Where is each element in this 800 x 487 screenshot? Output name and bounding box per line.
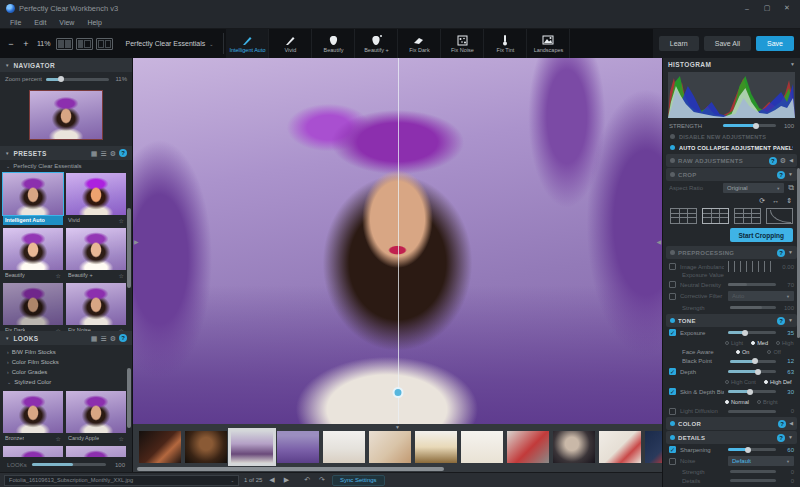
preset-item-vivid[interactable]: Vivid☆ [66,173,126,225]
collapse-triangle-icon[interactable] [789,158,793,163]
undo-icon[interactable]: ↶ [302,476,312,484]
face-aware-off[interactable]: Off [767,349,780,355]
menu-view[interactable]: View [53,18,80,27]
redo-icon[interactable]: ↷ [317,476,327,484]
collapse-triangle-icon[interactable] [789,421,793,426]
presets-header[interactable]: PRESETS [0,146,132,160]
filmstrip-thumb-selected[interactable] [231,431,273,463]
noise-details-slider[interactable] [730,479,776,482]
toolbar-preset-beautify-plus[interactable]: Beautify + [355,29,398,58]
light-diffusion-checkbox[interactable] [669,408,676,415]
filmstrip-thumb[interactable] [369,431,411,463]
favorite-star-icon[interactable]: ☆ [56,435,61,442]
strength-slider[interactable] [723,124,776,127]
preset-item-fix-noise[interactable]: Fix Noise☆ [66,283,126,331]
collapse-triangle-icon[interactable] [788,435,793,440]
thumbnail-view-icon[interactable] [91,150,98,157]
looks-header[interactable]: LOOKS [0,331,132,345]
sync-settings-button[interactable]: Sync Settings [332,475,385,486]
panel-enable-dot[interactable] [670,172,675,177]
preset-item-fix-dark[interactable]: Fix Dark☆ [3,283,63,331]
navigator-thumbnail[interactable] [29,90,103,140]
panel-enable-dot[interactable] [670,435,675,440]
sharpening-checkbox[interactable] [669,446,676,453]
exposure-option-high[interactable]: High [776,340,794,346]
look-item-bronzer[interactable]: Bronzer☆ [3,391,63,443]
collapse-triangle-icon[interactable] [788,250,793,255]
learn-button[interactable]: Learn [659,36,699,51]
collapse-triangle-icon[interactable] [790,62,795,67]
exposure-option-light[interactable]: Light [725,340,743,346]
skin-depth-bias-slider[interactable] [728,390,776,393]
filmstrip-thumb[interactable] [415,431,457,463]
noise-checkbox[interactable] [669,458,676,465]
exposure-option-med[interactable]: Med [751,340,768,346]
toolbar-preset-intelligent-auto[interactable]: Intelligent Auto [226,29,269,58]
help-icon[interactable] [777,317,785,325]
filmstrip-thumb[interactable] [323,431,365,463]
flip-vertical-icon[interactable]: ⇕ [786,197,792,204]
save-all-button[interactable]: Save All [704,36,751,51]
favorite-star-icon[interactable]: ☆ [119,272,124,279]
looks-tree-bw-film[interactable]: ›B/W Film Stocks [0,347,132,357]
panel-enable-dot[interactable] [670,318,675,323]
crop-grid-button[interactable] [734,208,761,224]
next-image-button[interactable]: ▶ [282,476,291,484]
collapse-right-panel-arrow[interactable] [656,238,661,245]
favorite-star-icon[interactable]: ☆ [119,217,124,224]
corrective-filter-dropdown[interactable]: Auto ▼ [728,291,794,301]
crop-grid-thirds-button[interactable] [670,208,697,224]
image-ambulance-checkbox[interactable] [669,263,676,270]
favorite-star-icon[interactable]: ☆ [56,272,61,279]
corrective-filter-checkbox[interactable] [669,293,676,300]
preprocessing-header[interactable]: PREPROCESSING [666,246,797,259]
exposure-slider[interactable] [728,331,776,334]
disable-new-adjustments-toggle[interactable]: DISABLE NEW ADJUSTMENTS [663,131,800,142]
face-aware-on[interactable]: On [736,349,749,355]
view-sidebyside-button[interactable] [96,38,113,50]
look-item-circus[interactable]: Circus☆ [66,446,126,457]
neutral-density-slider[interactable] [728,283,776,286]
panel-enable-dot[interactable] [670,158,675,163]
maximize-button[interactable]: ▢ [758,2,776,14]
gear-icon[interactable] [110,150,116,157]
list-view-icon[interactable] [100,150,106,157]
help-icon[interactable] [777,171,785,179]
filename-dropdown[interactable]: Fotolia_16109613_Subscription_Monthly_XX… [4,475,239,486]
help-icon[interactable] [777,434,785,442]
rotate-icon[interactable]: ⟳ [759,197,765,204]
collapse-triangle-icon[interactable] [788,172,793,177]
toolbar-preset-fix-dark[interactable]: Fix Dark [398,29,441,58]
filmstrip-thumb[interactable] [277,431,319,463]
image-canvas[interactable] [133,58,662,424]
toolbar-preset-landscapes[interactable]: Landscapes [527,29,570,58]
presets-scrollbar[interactable] [127,208,131,288]
view-split-button[interactable] [76,38,93,50]
close-button[interactable]: ✕ [778,2,796,14]
filmstrip-thumb[interactable] [461,431,503,463]
previous-image-button[interactable]: ◀ [267,476,276,484]
preset-group-dropdown[interactable]: Perfectly Clear Essentials ⌄ [118,29,222,58]
noise-strength-slider[interactable] [730,470,776,473]
neutral-density-checkbox[interactable] [669,281,676,288]
preprocessing-strength-slider[interactable] [730,306,776,309]
filmstrip-thumb[interactable] [599,431,641,463]
favorite-star-icon[interactable]: ☆ [119,435,124,442]
filmstrip-thumb[interactable] [185,431,227,463]
aspect-ratio-dropdown[interactable]: Original ▼ [723,183,784,193]
preset-group-row[interactable]: ⌄ Perfectly Clear Essentials [0,160,132,171]
depth-option-high-def[interactable]: High Def [764,379,792,385]
raw-adjustments-header[interactable]: RAW ADJUSTMENTS [666,154,797,167]
menu-help[interactable]: Help [81,18,107,27]
menu-file[interactable]: File [4,18,27,27]
skin-option-bright[interactable]: Bright [757,399,778,405]
exposure-checkbox[interactable] [669,329,676,336]
filmstrip-thumb[interactable] [139,431,181,463]
split-slider-handle[interactable] [392,387,403,398]
sharpening-slider[interactable] [728,448,776,451]
look-item-candy-apple[interactable]: Candy Apple☆ [66,391,126,443]
collapse-triangle-icon[interactable] [788,318,793,323]
filmstrip-thumb[interactable] [553,431,595,463]
crop-header[interactable]: CROP [666,168,797,181]
view-single-button[interactable] [56,38,73,50]
